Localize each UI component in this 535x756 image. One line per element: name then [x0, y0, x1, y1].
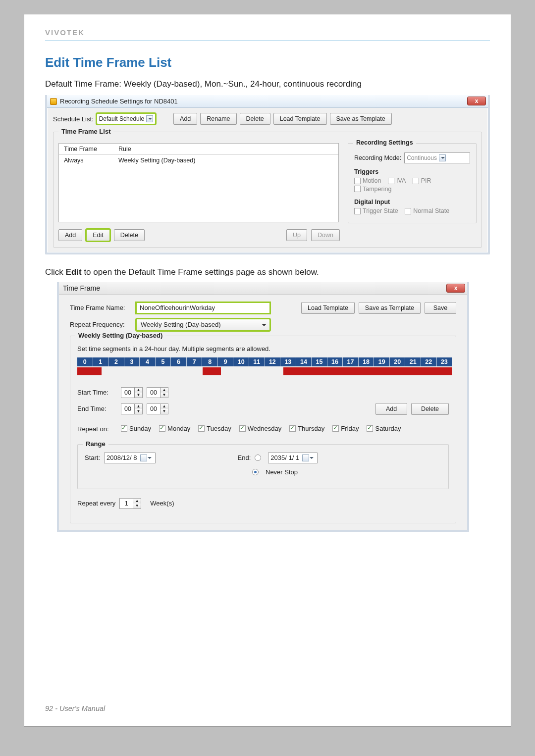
segment-add-button[interactable]: Add [375, 403, 407, 415]
start-minute-stepper[interactable]: 00▲▼ [147, 387, 168, 398]
time-frame-window: Time Frame x Time Frame Name: NoneOffice… [57, 282, 469, 532]
day-checkbox-sunday[interactable]: Sunday [121, 425, 151, 432]
schedule-load-template-button[interactable]: Load Template [273, 113, 327, 125]
schedule-delete-button[interactable]: Delete [240, 113, 270, 125]
schedule-list-value: Default Schedule [99, 115, 144, 122]
schedule-rename-button[interactable]: Rename [200, 113, 236, 125]
schedule-save-template-button[interactable]: Save as Template [330, 113, 392, 125]
tfl-edit-button[interactable]: Edit [86, 229, 110, 241]
checkbox-icon [354, 178, 361, 184]
down-arrow-icon[interactable]: ▼ [160, 409, 168, 414]
trigger-iva-checkbox[interactable]: IVA [388, 177, 406, 184]
checkbox-icon [354, 208, 361, 214]
recording-schedule-window: Recording Schedule Settings for ND8401 x… [45, 95, 490, 254]
hour-cell: 11 [249, 357, 265, 366]
never-stop-radio[interactable] [252, 469, 259, 475]
close-button[interactable]: x [446, 284, 465, 293]
recording-settings-group: Recording Settings Recording Mode: Conti… [348, 143, 477, 223]
up-arrow-icon[interactable]: ▲ [160, 388, 168, 393]
up-arrow-icon[interactable]: ▲ [135, 404, 142, 409]
header-rule: Rule [113, 144, 338, 154]
tfl-up-button[interactable]: Up [286, 229, 307, 241]
hour-cell: 20 [390, 357, 406, 366]
down-arrow-icon[interactable]: ▼ [135, 409, 142, 414]
cell-time-frame: Always [59, 155, 113, 166]
hour-cell: 1 [93, 357, 109, 366]
day-checkbox-friday[interactable]: Friday [332, 425, 359, 432]
header-time-frame: Time Frame [59, 144, 113, 154]
repeat-frequency-select[interactable]: Weekly Setting (Day-based) [136, 319, 270, 331]
range-end-date[interactable]: 2035/ 1/ 1 [268, 453, 318, 463]
time-gap [102, 367, 203, 375]
tfl-down-button[interactable]: Down [311, 229, 340, 241]
day-checkbox-monday[interactable]: Monday [159, 425, 190, 432]
recording-mode-combo[interactable]: Continuous [404, 152, 470, 163]
end-hour-stepper[interactable]: 00▲▼ [121, 403, 143, 414]
time-segment[interactable] [77, 367, 102, 375]
time-segment[interactable] [283, 367, 452, 375]
up-arrow-icon[interactable]: ▲ [160, 404, 168, 409]
table-header: Time Frame Rule [59, 144, 338, 155]
tfl-delete-button[interactable]: Delete [114, 229, 145, 241]
hour-cell: 19 [374, 357, 390, 366]
trigger-pir-checkbox[interactable]: PIR [413, 177, 431, 184]
hour-cell: 10 [233, 357, 249, 366]
day-checkbox-saturday[interactable]: Saturday [367, 425, 401, 432]
time-frame-table[interactable]: Time Frame Rule Always Weekly Setting (D… [58, 143, 339, 222]
hour-cell: 12 [265, 357, 281, 366]
hour-cell: 22 [421, 357, 437, 366]
schedule-list-combo[interactable]: Default Schedule [97, 113, 156, 124]
segment-bar[interactable] [77, 367, 452, 375]
di-normal-state-checkbox[interactable]: Normal State [405, 207, 449, 214]
repeat-on-label: Repeat on: [77, 425, 117, 433]
hour-cell: 17 [343, 357, 359, 366]
end-minute-stepper[interactable]: 00▲▼ [147, 403, 168, 414]
range-start-date[interactable]: 2008/12/ 8 [104, 453, 155, 463]
time-frame-name-input[interactable]: NoneOfficehourinWorkday [136, 302, 270, 313]
tf-save-button[interactable]: Save [425, 302, 456, 314]
time-gap [221, 367, 283, 375]
end-time-label: End Time: [77, 405, 117, 412]
tf-load-template-button[interactable]: Load Template [301, 302, 355, 314]
up-arrow-icon[interactable]: ▲ [135, 388, 142, 393]
hour-cell: 6 [171, 357, 187, 366]
triggers-heading: Triggers [354, 168, 470, 175]
hour-cell: 15 [312, 357, 327, 366]
table-row[interactable]: Always Weekly Setting (Day-based) [59, 155, 338, 166]
checkbox-icon [354, 186, 361, 192]
weekly-hint: Set time segments in a 24-hour day. Mult… [77, 345, 449, 353]
di-trigger-state-checkbox[interactable]: Trigger State [354, 207, 398, 214]
days-container: SundayMondayTuesdayWednesdayThursdayFrid… [121, 425, 409, 433]
repeat-every-stepper[interactable]: 1▲▼ [119, 498, 141, 509]
day-checkbox-tuesday[interactable]: Tuesday [198, 425, 231, 432]
end-date-radio[interactable] [255, 454, 261, 461]
time-segment[interactable] [203, 367, 220, 375]
chevron-down-icon [146, 115, 153, 122]
trigger-tampering-checkbox[interactable]: Tampering [354, 186, 391, 193]
tf-save-template-button[interactable]: Save as Template [359, 302, 421, 314]
down-arrow-icon[interactable]: ▼ [133, 504, 141, 508]
up-arrow-icon[interactable]: ▲ [133, 499, 141, 504]
start-hour-stepper[interactable]: 00▲▼ [121, 387, 143, 398]
close-button[interactable]: x [467, 97, 486, 105]
recording-mode-label: Recording Mode: [354, 154, 401, 161]
down-arrow-icon[interactable]: ▼ [160, 393, 168, 398]
checkbox-icon [198, 425, 205, 432]
day-checkbox-wednesday[interactable]: Wednesday [239, 425, 281, 432]
schedule-add-button[interactable]: Add [173, 113, 197, 125]
hour-cell: 16 [327, 357, 343, 366]
segment-delete-button[interactable]: Delete [411, 403, 449, 415]
schedule-list-label: Schedule List: [53, 115, 94, 123]
edit-instruction: Click Edit to open the Default Time Fram… [45, 267, 490, 277]
hour-cell: 2 [108, 357, 124, 366]
window-titlebar: Recording Schedule Settings for ND8401 x [47, 95, 488, 108]
tfl-add-button[interactable]: Add [58, 229, 82, 241]
hour-timeline: 01234567891011121314151617181920212223 [77, 357, 452, 366]
day-checkbox-thursday[interactable]: Thursday [289, 425, 324, 432]
trigger-motion-checkbox[interactable]: Motion [354, 177, 381, 184]
checkbox-icon [159, 425, 165, 432]
time-frame-name-label: Time Frame Name: [70, 304, 132, 311]
down-arrow-icon[interactable]: ▼ [135, 393, 142, 398]
window-titlebar: Time Frame x [59, 282, 467, 295]
checkbox-icon [332, 425, 339, 432]
